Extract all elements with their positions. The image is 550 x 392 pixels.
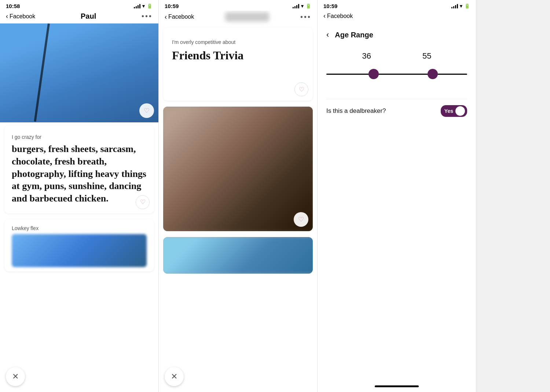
heart-icon-photo: ♡ <box>144 107 150 115</box>
signal-icon-2 <box>293 4 299 8</box>
x-icon-2: ✕ <box>171 372 177 381</box>
more-button-1[interactable]: ••• <box>142 12 153 21</box>
signal-icon-1 <box>134 4 140 8</box>
slider-thumb-min[interactable] <box>368 69 379 79</box>
close-button-2[interactable]: ✕ <box>165 367 184 386</box>
close-button-1[interactable]: ✕ <box>6 367 25 386</box>
status-icons-3: ▾ 🔋 <box>451 3 470 9</box>
card-heart-button[interactable]: ♡ <box>136 195 150 209</box>
dealbreaker-row: Is this a dealbreaker? Yes <box>326 99 467 123</box>
photo-heart-button-2[interactable]: ♡ <box>294 212 308 227</box>
home-indicator-3 <box>318 382 476 392</box>
wifi-icon-1: ▾ <box>142 3 145 9</box>
battery-icon-1: 🔋 <box>147 3 153 9</box>
back-arrow-icon-3: ‹ <box>323 12 326 20</box>
prompt-text: burgers, fresh sheets, sarcasm, chocolat… <box>12 143 147 205</box>
dealbreaker-toggle[interactable]: Yes <box>441 105 467 117</box>
photo-heart-button[interactable]: ♡ <box>139 103 154 118</box>
nav-facebook-label-2: Facebook <box>168 14 194 20</box>
back-arrow-icon-1: ‹ <box>6 12 8 20</box>
trivia-prompt-text: Friends Trivia <box>172 48 304 63</box>
trivia-prompt-label: I'm overly competitive about <box>172 39 304 45</box>
heart-icon-photo2: ♡ <box>298 215 304 223</box>
back-button-2[interactable]: ‹ Facebook <box>165 13 194 21</box>
trivia-heart-button[interactable]: ♡ <box>294 82 308 96</box>
panel-3-age-range: 10:59 ▾ 🔋 ‹ Facebook ‹ Age Range <box>318 0 476 392</box>
age-range-slider[interactable] <box>326 67 467 81</box>
status-icons-1: ▾ 🔋 <box>134 3 153 9</box>
slider-thumb-max[interactable] <box>428 69 438 79</box>
photo-card-1: ♡ <box>163 107 313 231</box>
x-icon-1: ✕ <box>12 372 19 381</box>
panel-2-trivia: 10:59 ▾ 🔋 ‹ Facebook ••• I'm overly comp… <box>159 0 318 392</box>
age-max-value: 55 <box>422 51 431 61</box>
toggle-yes-label: Yes <box>444 108 453 114</box>
age-values-row: 36 55 <box>326 51 467 61</box>
photo-card-2 <box>163 237 313 274</box>
trivia-card: I'm overly competitive about Friends Tri… <box>163 27 313 101</box>
prompt-label: I go crazy for <box>12 134 147 140</box>
more-button-2[interactable]: ••• <box>300 13 311 21</box>
nav-bar-3: ‹ Facebook <box>318 11 476 23</box>
battery-icon-2: 🔋 <box>305 3 311 9</box>
status-bar-1: 10:58 ▾ 🔋 <box>0 0 158 11</box>
slider-track <box>326 74 467 75</box>
battery-icon-3: 🔋 <box>464 3 470 9</box>
heart-icon-card: ♡ <box>140 198 146 206</box>
age-range-back-button[interactable]: ‹ <box>326 30 329 40</box>
signal-icon-3 <box>451 4 458 8</box>
status-bar-2: 10:59 ▾ 🔋 <box>159 0 317 11</box>
wifi-icon-3: ▾ <box>460 3 462 9</box>
photo-blurred-1 <box>163 107 313 231</box>
profile-photo-block: ♡ <box>0 23 158 122</box>
lowkey-card: Lowkey flex <box>4 219 154 271</box>
blurred-username <box>225 12 269 22</box>
panel-1-profile: 10:58 ▾ 🔋 ‹ Facebook Paul ••• ♡ I go cra… <box>0 0 159 392</box>
status-time-1: 10:58 <box>6 3 20 9</box>
status-time-3: 10:59 <box>323 3 337 9</box>
age-min-value: 36 <box>362 51 371 61</box>
dealbreaker-label: Is this a dealbreaker? <box>326 107 386 115</box>
home-bar-3 <box>375 385 419 387</box>
heart-icon-trivia: ♡ <box>299 86 304 93</box>
profile-name: Paul <box>81 12 96 21</box>
toggle-circle <box>455 106 465 116</box>
prompt-card: I go crazy for burgers, fresh sheets, sa… <box>4 125 154 214</box>
status-time-2: 10:59 <box>165 3 179 9</box>
status-icons-2: ▾ 🔋 <box>293 3 311 9</box>
status-bar-3: 10:59 ▾ 🔋 <box>318 0 476 11</box>
age-range-content: ‹ Age Range 36 55 Is this a dealbreaker?… <box>318 23 476 382</box>
nav-bar-1: ‹ Facebook Paul ••• <box>0 11 158 23</box>
back-arrow-icon-2: ‹ <box>165 13 167 21</box>
photo-blurred-2 <box>163 237 313 274</box>
back-button-3[interactable]: ‹ Facebook <box>323 12 353 20</box>
profile-photo <box>0 23 158 122</box>
nav-facebook-label-3: Facebook <box>327 13 353 19</box>
nav-bar-2: ‹ Facebook ••• <box>159 11 317 25</box>
nav-facebook-label-1: Facebook <box>10 13 35 20</box>
age-range-title: Age Range <box>335 31 373 39</box>
lowkey-label: Lowkey flex <box>12 225 147 231</box>
back-button-1[interactable]: ‹ Facebook <box>6 12 35 20</box>
lowkey-photo <box>12 234 147 267</box>
wifi-icon-2: ▾ <box>301 3 304 9</box>
